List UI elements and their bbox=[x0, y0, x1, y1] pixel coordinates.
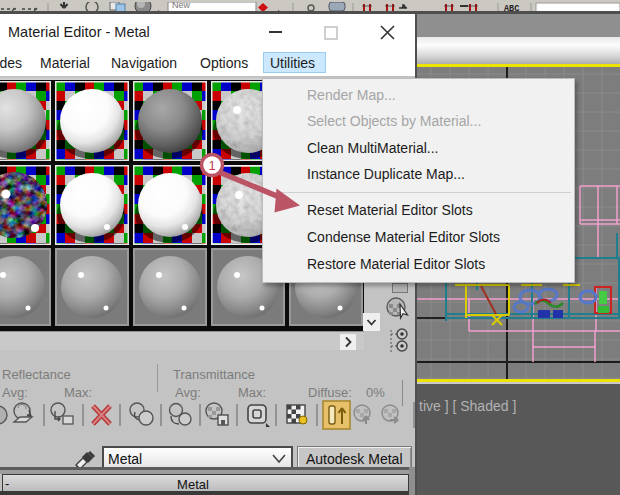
svg-text:New: New bbox=[172, 2, 191, 10]
